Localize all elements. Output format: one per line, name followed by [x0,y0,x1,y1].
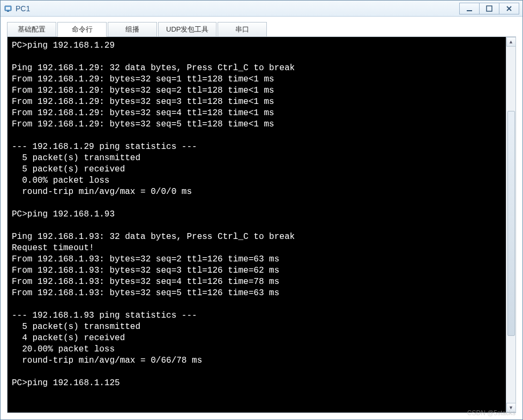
svg-rect-2 [7,11,9,12]
scroll-up-button[interactable]: ▲ [506,37,516,47]
window-controls [460,3,519,14]
minimize-button[interactable] [459,3,480,14]
titlebar[interactable]: PC1 [1,1,522,17]
svg-rect-4 [487,6,492,11]
vertical-scrollbar[interactable]: ▲ ▼ [506,37,515,412]
tab-2[interactable]: 组播 [108,22,157,37]
tab-bar: 基础配置命令行组播UDP发包工具串口 [7,22,516,37]
svg-rect-3 [467,10,472,11]
scroll-down-button[interactable]: ▼ [506,403,516,412]
tab-1[interactable]: 命令行 [57,22,107,37]
terminal-container: PC>ping 192.168.1.29 Ping 192.168.1.29: … [7,36,516,413]
scroll-track[interactable] [506,47,516,403]
window-title: PC1 [16,4,460,13]
app-icon [4,4,12,13]
app-window: PC1 基础配置命令行组播UDP发包工具串口 PC>ping 192.168.1… [0,0,523,420]
tab-4[interactable]: 串口 [218,22,267,37]
scroll-thumb[interactable] [507,111,515,336]
content-area: 基础配置命令行组播UDP发包工具串口 PC>ping 192.168.1.29 … [1,17,522,419]
terminal-output[interactable]: PC>ping 192.168.1.29 Ping 192.168.1.29: … [8,37,506,412]
close-button[interactable] [499,3,519,14]
tab-0[interactable]: 基础配置 [7,22,56,37]
tab-3[interactable]: UDP发包工具 [158,22,216,37]
maximize-button[interactable] [479,3,499,14]
svg-rect-1 [6,7,10,10]
